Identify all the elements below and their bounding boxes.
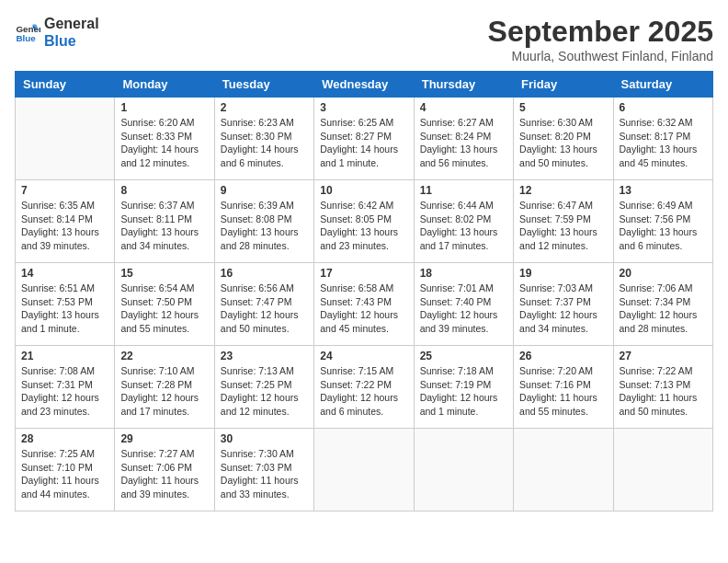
- weekday-header: Saturday: [613, 72, 712, 98]
- day-info: Sunrise: 7:30 AM Sunset: 7:03 PM Dayligh…: [221, 447, 308, 501]
- calendar-header-row: SundayMondayTuesdayWednesdayThursdayFrid…: [16, 72, 713, 98]
- calendar-cell: 11Sunrise: 6:44 AM Sunset: 8:02 PM Dayli…: [414, 180, 513, 263]
- calendar-cell: 14Sunrise: 6:51 AM Sunset: 7:53 PM Dayli…: [16, 263, 115, 346]
- calendar-cell: 29Sunrise: 7:27 AM Sunset: 7:06 PM Dayli…: [115, 429, 214, 511]
- calendar-cell: 15Sunrise: 6:54 AM Sunset: 7:50 PM Dayli…: [115, 263, 214, 346]
- day-info: Sunrise: 7:25 AM Sunset: 7:10 PM Dayligh…: [21, 447, 108, 501]
- calendar-week-row: 21Sunrise: 7:08 AM Sunset: 7:31 PM Dayli…: [16, 346, 713, 429]
- location: Muurla, Southwest Finland, Finland: [488, 49, 713, 63]
- calendar-cell: 27Sunrise: 7:22 AM Sunset: 7:13 PM Dayli…: [613, 346, 712, 429]
- calendar-week-row: 1Sunrise: 6:20 AM Sunset: 8:33 PM Daylig…: [16, 98, 713, 180]
- day-info: Sunrise: 6:39 AM Sunset: 8:08 PM Dayligh…: [221, 199, 308, 253]
- calendar-cell: 26Sunrise: 7:20 AM Sunset: 7:16 PM Dayli…: [514, 346, 613, 429]
- day-info: Sunrise: 7:08 AM Sunset: 7:31 PM Dayligh…: [21, 364, 108, 419]
- calendar-cell: 17Sunrise: 6:58 AM Sunset: 7:43 PM Dayli…: [314, 263, 414, 346]
- day-number: 16: [221, 267, 308, 280]
- day-info: Sunrise: 6:42 AM Sunset: 8:05 PM Dayligh…: [320, 199, 407, 253]
- day-info: Sunrise: 6:49 AM Sunset: 7:56 PM Dayligh…: [620, 199, 707, 253]
- day-number: 2: [221, 101, 308, 114]
- day-info: Sunrise: 7:15 AM Sunset: 7:22 PM Dayligh…: [320, 364, 407, 419]
- weekday-header: Wednesday: [314, 72, 414, 98]
- day-number: 18: [420, 267, 507, 280]
- day-info: Sunrise: 6:35 AM Sunset: 8:14 PM Dayligh…: [21, 199, 108, 253]
- weekday-header: Thursday: [414, 72, 513, 98]
- calendar-cell: 5Sunrise: 6:30 AM Sunset: 8:20 PM Daylig…: [514, 98, 613, 180]
- calendar-cell: 6Sunrise: 6:32 AM Sunset: 8:17 PM Daylig…: [613, 98, 712, 180]
- day-number: 8: [120, 184, 208, 197]
- day-number: 24: [320, 350, 407, 362]
- day-number: 9: [221, 184, 308, 197]
- weekday-header: Monday: [115, 72, 214, 98]
- day-info: Sunrise: 7:20 AM Sunset: 7:16 PM Dayligh…: [519, 364, 607, 419]
- logo-line2: Blue: [44, 32, 99, 50]
- day-info: Sunrise: 7:10 AM Sunset: 7:28 PM Dayligh…: [120, 364, 208, 419]
- day-number: 20: [620, 267, 707, 280]
- calendar-cell: 8Sunrise: 6:37 AM Sunset: 8:11 PM Daylig…: [115, 180, 214, 263]
- month-title: September 2025: [488, 15, 713, 49]
- calendar-cell: 3Sunrise: 6:25 AM Sunset: 8:27 PM Daylig…: [314, 98, 414, 180]
- day-number: 26: [519, 350, 607, 362]
- day-info: Sunrise: 6:44 AM Sunset: 8:02 PM Dayligh…: [420, 199, 507, 253]
- day-number: 4: [420, 101, 507, 114]
- day-info: Sunrise: 6:47 AM Sunset: 7:59 PM Dayligh…: [519, 199, 607, 253]
- day-info: Sunrise: 7:18 AM Sunset: 7:19 PM Dayligh…: [420, 364, 507, 419]
- calendar-cell: 24Sunrise: 7:15 AM Sunset: 7:22 PM Dayli…: [314, 346, 414, 429]
- calendar-cell: 19Sunrise: 7:03 AM Sunset: 7:37 PM Dayli…: [514, 263, 613, 346]
- calendar-cell: [16, 98, 115, 180]
- day-number: 14: [21, 267, 108, 280]
- calendar-cell: 9Sunrise: 6:39 AM Sunset: 8:08 PM Daylig…: [214, 180, 313, 263]
- day-info: Sunrise: 7:22 AM Sunset: 7:13 PM Dayligh…: [620, 364, 707, 419]
- day-number: 12: [519, 184, 607, 197]
- calendar-cell: 30Sunrise: 7:30 AM Sunset: 7:03 PM Dayli…: [214, 429, 313, 511]
- day-number: 5: [519, 101, 607, 114]
- calendar-week-row: 28Sunrise: 7:25 AM Sunset: 7:10 PM Dayli…: [16, 429, 713, 511]
- day-info: Sunrise: 6:54 AM Sunset: 7:50 PM Dayligh…: [120, 282, 208, 336]
- calendar-cell: 1Sunrise: 6:20 AM Sunset: 8:33 PM Daylig…: [115, 98, 214, 180]
- day-number: 29: [120, 432, 208, 445]
- day-info: Sunrise: 6:56 AM Sunset: 7:47 PM Dayligh…: [221, 282, 308, 336]
- calendar-cell: 13Sunrise: 6:49 AM Sunset: 7:56 PM Dayli…: [613, 180, 712, 263]
- day-number: 28: [21, 432, 108, 445]
- day-info: Sunrise: 6:27 AM Sunset: 8:24 PM Dayligh…: [420, 116, 507, 170]
- day-number: 15: [120, 267, 208, 280]
- calendar-week-row: 14Sunrise: 6:51 AM Sunset: 7:53 PM Dayli…: [16, 263, 713, 346]
- calendar-cell: 7Sunrise: 6:35 AM Sunset: 8:14 PM Daylig…: [16, 180, 115, 263]
- calendar-cell: 25Sunrise: 7:18 AM Sunset: 7:19 PM Dayli…: [414, 346, 513, 429]
- day-info: Sunrise: 6:20 AM Sunset: 8:33 PM Dayligh…: [120, 116, 208, 170]
- day-info: Sunrise: 6:32 AM Sunset: 8:17 PM Dayligh…: [620, 116, 707, 170]
- calendar-cell: 12Sunrise: 6:47 AM Sunset: 7:59 PM Dayli…: [514, 180, 613, 263]
- day-number: 27: [620, 350, 707, 362]
- day-number: 10: [320, 184, 407, 197]
- calendar-cell: [514, 429, 613, 511]
- day-number: 11: [420, 184, 507, 197]
- weekday-header: Friday: [514, 72, 613, 98]
- day-number: 19: [519, 267, 607, 280]
- day-number: 1: [120, 101, 208, 114]
- day-info: Sunrise: 6:25 AM Sunset: 8:27 PM Dayligh…: [320, 116, 407, 170]
- day-info: Sunrise: 7:27 AM Sunset: 7:06 PM Dayligh…: [120, 447, 208, 501]
- day-info: Sunrise: 7:06 AM Sunset: 7:34 PM Dayligh…: [620, 282, 707, 336]
- day-info: Sunrise: 7:13 AM Sunset: 7:25 PM Dayligh…: [221, 364, 308, 419]
- day-number: 13: [620, 184, 707, 197]
- calendar-cell: 23Sunrise: 7:13 AM Sunset: 7:25 PM Dayli…: [214, 346, 313, 429]
- day-number: 17: [320, 267, 407, 280]
- day-info: Sunrise: 6:58 AM Sunset: 7:43 PM Dayligh…: [320, 282, 407, 336]
- calendar-cell: 20Sunrise: 7:06 AM Sunset: 7:34 PM Dayli…: [613, 263, 712, 346]
- day-number: 30: [221, 432, 308, 445]
- day-number: 25: [420, 350, 507, 362]
- calendar-cell: 22Sunrise: 7:10 AM Sunset: 7:28 PM Dayli…: [115, 346, 214, 429]
- calendar-cell: 18Sunrise: 7:01 AM Sunset: 7:40 PM Dayli…: [414, 263, 513, 346]
- day-info: Sunrise: 6:23 AM Sunset: 8:30 PM Dayligh…: [221, 116, 308, 170]
- day-info: Sunrise: 6:30 AM Sunset: 8:20 PM Dayligh…: [519, 116, 607, 170]
- day-number: 23: [221, 350, 308, 362]
- calendar-cell: 28Sunrise: 7:25 AM Sunset: 7:10 PM Dayli…: [16, 429, 115, 511]
- day-number: 3: [320, 101, 407, 114]
- calendar-cell: 2Sunrise: 6:23 AM Sunset: 8:30 PM Daylig…: [214, 98, 313, 180]
- day-number: 7: [21, 184, 108, 197]
- logo-line1: General: [44, 15, 99, 32]
- calendar-table: SundayMondayTuesdayWednesdayThursdayFrid…: [15, 71, 713, 511]
- calendar-cell: 21Sunrise: 7:08 AM Sunset: 7:31 PM Dayli…: [16, 346, 115, 429]
- page-header: General Blue General Blue September 2025…: [15, 15, 713, 63]
- weekday-header: Sunday: [16, 72, 115, 98]
- calendar-cell: [613, 429, 712, 511]
